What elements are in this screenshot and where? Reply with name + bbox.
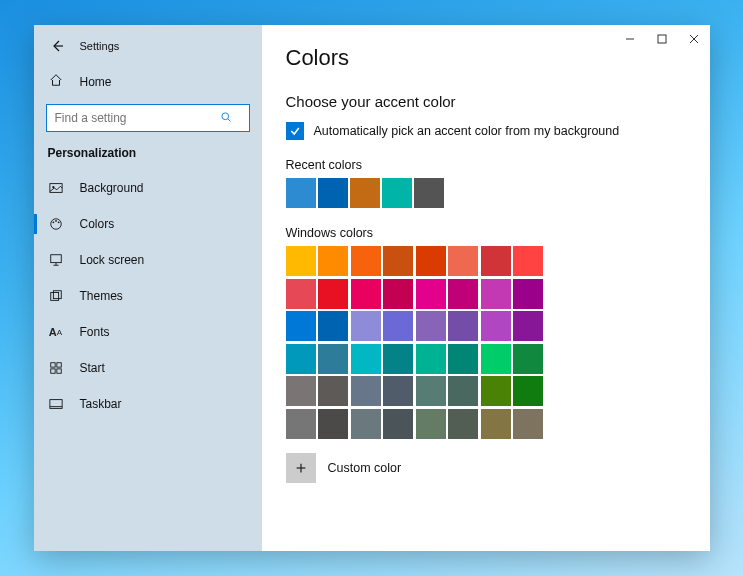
color-swatch[interactable] — [416, 344, 446, 374]
home-icon — [48, 73, 64, 90]
color-swatch[interactable] — [286, 376, 316, 406]
color-swatch[interactable] — [383, 344, 413, 374]
color-swatch[interactable] — [481, 311, 511, 341]
sidebar-item-label: Start — [80, 361, 105, 375]
color-swatch[interactable] — [481, 344, 511, 374]
sidebar-item-start[interactable]: Start — [34, 350, 262, 386]
auto-pick-row[interactable]: Automatically pick an accent color from … — [286, 122, 690, 140]
sidebar-item-label: Background — [80, 181, 144, 195]
svg-rect-18 — [50, 363, 54, 367]
color-swatch[interactable] — [448, 409, 478, 439]
sidebar-item-label: Lock screen — [80, 253, 145, 267]
sidebar-item-label: Colors — [80, 217, 115, 231]
color-swatch[interactable] — [286, 246, 316, 276]
sidebar-item-lock-screen[interactable]: Lock screen — [34, 242, 262, 278]
color-swatch[interactable] — [318, 311, 348, 341]
color-swatch[interactable] — [481, 376, 511, 406]
color-swatch[interactable] — [350, 178, 380, 208]
svg-point-12 — [57, 221, 59, 223]
sidebar-home-label: Home — [80, 75, 112, 89]
color-swatch[interactable] — [481, 409, 511, 439]
close-button[interactable] — [678, 25, 710, 53]
minimize-button[interactable] — [614, 25, 646, 53]
color-swatch[interactable] — [448, 376, 478, 406]
auto-pick-label: Automatically pick an accent color from … — [314, 124, 620, 138]
color-swatch[interactable] — [286, 409, 316, 439]
color-swatch[interactable] — [513, 344, 543, 374]
custom-color-button[interactable] — [286, 453, 316, 483]
color-swatch[interactable] — [481, 279, 511, 309]
svg-rect-13 — [50, 255, 61, 263]
themes-icon — [48, 288, 64, 304]
color-swatch[interactable] — [416, 376, 446, 406]
color-swatch[interactable] — [448, 279, 478, 309]
accent-header: Choose your accent color — [286, 93, 690, 110]
color-swatch[interactable] — [513, 279, 543, 309]
color-swatch[interactable] — [414, 178, 444, 208]
color-swatch[interactable] — [286, 344, 316, 374]
svg-rect-17 — [53, 291, 61, 299]
color-swatch[interactable] — [513, 376, 543, 406]
color-swatch[interactable] — [448, 344, 478, 374]
sidebar-item-label: Themes — [80, 289, 123, 303]
color-swatch[interactable] — [448, 246, 478, 276]
auto-pick-checkbox[interactable] — [286, 122, 304, 140]
svg-rect-21 — [56, 369, 60, 373]
color-swatch[interactable] — [351, 311, 381, 341]
sidebar-item-label: Fonts — [80, 325, 110, 339]
recent-colors-label: Recent colors — [286, 158, 690, 172]
settings-window: Settings Home Personalization Background — [34, 25, 710, 551]
color-swatch[interactable] — [318, 246, 348, 276]
search-input[interactable] — [46, 104, 250, 132]
color-swatch[interactable] — [351, 279, 381, 309]
windows-colors-label: Windows colors — [286, 226, 690, 240]
custom-color-label: Custom color — [328, 461, 402, 475]
taskbar-icon — [48, 396, 64, 412]
color-swatch[interactable] — [351, 246, 381, 276]
color-swatch[interactable] — [318, 409, 348, 439]
color-swatch[interactable] — [286, 178, 316, 208]
color-swatch[interactable] — [318, 344, 348, 374]
sidebar-item-background[interactable]: Background — [34, 170, 262, 206]
color-swatch[interactable] — [383, 246, 413, 276]
svg-rect-7 — [49, 184, 61, 193]
maximize-button[interactable] — [646, 25, 678, 53]
color-swatch[interactable] — [513, 246, 543, 276]
sidebar-item-colors[interactable]: Colors — [34, 206, 262, 242]
color-swatch[interactable] — [383, 279, 413, 309]
color-swatch[interactable] — [318, 376, 348, 406]
svg-rect-19 — [56, 363, 60, 367]
color-swatch[interactable] — [318, 279, 348, 309]
color-swatch[interactable] — [286, 311, 316, 341]
sidebar-category: Personalization — [34, 142, 262, 170]
color-swatch[interactable] — [286, 279, 316, 309]
color-swatch[interactable] — [448, 311, 478, 341]
windows-colors-grid — [286, 246, 690, 439]
sidebar-item-themes[interactable]: Themes — [34, 278, 262, 314]
color-swatch[interactable] — [513, 409, 543, 439]
picture-icon — [48, 180, 64, 196]
color-swatch[interactable] — [382, 178, 412, 208]
main-panel: Colors Choose your accent color Automati… — [262, 25, 710, 551]
color-swatch[interactable] — [351, 376, 381, 406]
window-title: Settings — [80, 40, 120, 52]
color-swatch[interactable] — [513, 311, 543, 341]
color-swatch[interactable] — [351, 409, 381, 439]
svg-rect-1 — [658, 35, 666, 43]
window-controls — [614, 25, 710, 53]
color-swatch[interactable] — [416, 311, 446, 341]
sidebar-home[interactable]: Home — [34, 65, 262, 98]
back-button[interactable] — [48, 37, 66, 55]
color-swatch[interactable] — [383, 376, 413, 406]
color-swatch[interactable] — [383, 409, 413, 439]
color-swatch[interactable] — [481, 246, 511, 276]
color-swatch[interactable] — [416, 409, 446, 439]
color-swatch[interactable] — [318, 178, 348, 208]
sidebar-item-taskbar[interactable]: Taskbar — [34, 386, 262, 422]
color-swatch[interactable] — [416, 279, 446, 309]
sidebar-nav: Background Colors Lock screen Themes AA … — [34, 170, 262, 422]
color-swatch[interactable] — [383, 311, 413, 341]
color-swatch[interactable] — [416, 246, 446, 276]
color-swatch[interactable] — [351, 344, 381, 374]
sidebar-item-fonts[interactable]: AA Fonts — [34, 314, 262, 350]
